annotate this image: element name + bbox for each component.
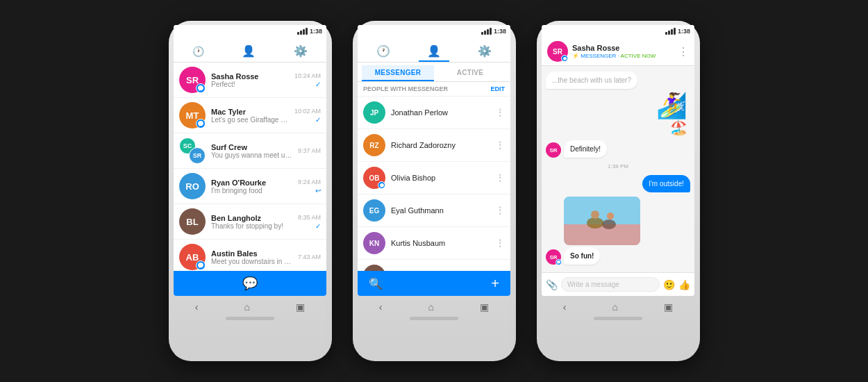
- conv-name-ben: Ben Langholz: [211, 214, 292, 222]
- tab-settings-1[interactable]: ⚙️: [285, 42, 316, 62]
- conv-time-mac: 10:02 AM: [294, 108, 321, 115]
- tab-active[interactable]: ACTIVE: [434, 65, 506, 81]
- search-icon-contacts[interactable]: 🔍: [369, 277, 383, 290]
- conv-name-sasha: Sasha Rosse: [211, 72, 289, 81]
- contact-item-richard[interactable]: RZ Richard Zadorozny ⋮: [358, 129, 510, 162]
- conv-info-ryan: Ryan O'Rourke I'm bringing food: [211, 178, 292, 194]
- tab-contacts-1[interactable]: 👤: [233, 42, 264, 62]
- avatar-richard: RZ: [363, 134, 385, 156]
- avatar-wrap-chat-header: SR: [547, 41, 568, 62]
- contact-name-eyal: Eyal Guthmann: [391, 206, 490, 215]
- back-button-2[interactable]: ‹: [379, 301, 383, 313]
- signal-icon-3: [665, 28, 676, 35]
- avatar-wrap-richard: RZ: [363, 134, 385, 156]
- conv-preview-surf: You guys wanna meet up tom...: [211, 151, 292, 159]
- tab-messenger[interactable]: MESSENGER: [362, 65, 434, 81]
- tab-settings-2[interactable]: ⚙️: [469, 42, 500, 62]
- conv-item-mac[interactable]: MT Mac Tyler Let's go see Giraffage toni…: [174, 98, 326, 133]
- tab-recent-1[interactable]: 🕐: [184, 43, 212, 61]
- menu-button-1[interactable]: ▣: [296, 301, 305, 313]
- message-placeholder: Write a message: [567, 281, 619, 288]
- home-button-1[interactable]: ⌂: [244, 301, 250, 313]
- avatar-wrap-ryan: RO: [179, 173, 206, 199]
- conv-meta-ryan: 9:24 AM ↩: [298, 178, 321, 194]
- emoji-icon[interactable]: 🙂: [663, 279, 675, 290]
- conv-time-austin: 7:43 AM: [298, 254, 321, 260]
- messenger-badge-sasha: [196, 83, 206, 93]
- photo-svg: [564, 197, 640, 245]
- contact-item-eyal[interactable]: EG Eyal Guthmann ⋮: [358, 194, 510, 227]
- contact-item-kurtis[interactable]: KN Kurtis Nusbaum ⋮: [358, 227, 510, 260]
- contact-name-olivia: Olivia Bishop: [391, 174, 490, 182]
- more-icon-kurtis[interactable]: ⋮: [495, 238, 505, 249]
- nav-tabs-1: 🕐 👤 ⚙️: [174, 38, 326, 63]
- msg-row-photo: SR: [546, 197, 690, 265]
- more-icon-jonathan[interactable]: ⋮: [495, 107, 505, 118]
- chat-header: SR Sasha Rosse ⚡ MESSENGER · ACTIVE NOW …: [542, 38, 694, 66]
- message-input[interactable]: Write a message: [561, 277, 660, 292]
- avatar-ryan: RO: [179, 173, 206, 199]
- conv-item-ryan[interactable]: RO Ryan O'Rourke I'm bringing food 9:24 …: [174, 169, 326, 204]
- conv-preview-ben: Thanks for stopping by!: [211, 222, 292, 230]
- msg-row-definitely: SR Definitely!: [546, 140, 690, 158]
- conv-preview-ryan: I'm bringing food: [211, 187, 292, 194]
- conv-meta-surf: 9:37 AM: [298, 147, 321, 154]
- avatar-eyal: EG: [363, 199, 385, 222]
- signal-icon-1: [297, 28, 308, 35]
- menu-button-2[interactable]: ▣: [480, 301, 489, 313]
- conv-time-sasha: 10:24 AM: [294, 72, 321, 79]
- home-button-2[interactable]: ⌂: [428, 301, 434, 313]
- conv-item-sasha[interactable]: SR Sasha Rosse Perfect! 10:24 AM ✓: [174, 63, 326, 98]
- home-button-3[interactable]: ⌂: [612, 301, 618, 313]
- menu-button-3[interactable]: ▣: [664, 301, 673, 313]
- attach-icon[interactable]: 📎: [546, 279, 558, 290]
- more-icon-chat[interactable]: ⋮: [678, 45, 689, 58]
- conv-info-austin: Austin Bales Meet you downstairs in 15 m…: [211, 249, 292, 265]
- avatar-aaron: AS: [363, 265, 385, 271]
- add-contact-icon[interactable]: +: [491, 276, 499, 292]
- clock-icon-2: 🕐: [376, 44, 390, 58]
- conv-info-surf: Surf Crew You guys wanna meet up tom...: [211, 143, 292, 159]
- avatar-kurtis: KN: [363, 232, 385, 254]
- contact-item-aaron[interactable]: AS Aaron Sarnoff ⋮: [358, 260, 510, 271]
- chat-header-status: ⚡ MESSENGER · ACTIVE NOW: [572, 52, 674, 59]
- back-button-1[interactable]: ‹: [195, 301, 199, 313]
- back-button-3[interactable]: ‹: [563, 301, 567, 313]
- status-time-3: 1:38: [678, 28, 690, 35]
- status-bar-1: 1:38: [174, 25, 326, 38]
- tab-contacts-2[interactable]: 👤: [419, 42, 449, 62]
- avatar-wrap-kurtis: KN: [363, 232, 385, 254]
- msg-text-beach: ...the beach with us later?: [552, 76, 631, 84]
- conv-time-surf: 9:37 AM: [298, 147, 321, 154]
- conv-info-mac: Mac Tyler Let's go see Giraffage tonight…: [211, 108, 289, 124]
- person-icon-1: 👤: [242, 44, 256, 58]
- svg-point-3: [591, 210, 599, 219]
- conv-meta-austin: 7:43 AM: [298, 254, 321, 260]
- bottom-bar-1[interactable]: 💬: [174, 271, 326, 296]
- more-icon-olivia[interactable]: ⋮: [495, 172, 505, 183]
- conv-item-austin[interactable]: AB Austin Bales Meet you downstairs in 1…: [174, 240, 326, 271]
- contacts-list: JP Jonathan Perlow ⋮ RZ Richard Zadorozn…: [358, 97, 510, 271]
- sticker-umbrella: 🏖️: [670, 119, 687, 136]
- conv-name-mac: Mac Tyler: [211, 108, 289, 116]
- msg-bubble-definitely: Definitely!: [564, 140, 607, 158]
- messenger-badge-austin: [196, 260, 206, 270]
- conv-preview-sasha: Perfect!: [211, 81, 289, 88]
- msg-row-beach: ...the beach with us later?: [546, 72, 690, 89]
- phone-2: 1:38 🕐 👤 ⚙️ MESSENGER ACTIVE PEOPLE WITH…: [353, 21, 516, 361]
- conv-preview-mac: Let's go see Giraffage tonight!: [211, 116, 289, 124]
- more-icon-eyal[interactable]: ⋮: [495, 205, 505, 216]
- conv-time-ryan: 9:24 AM: [298, 178, 321, 185]
- people-with-messenger-label: PEOPLE WITH MESSENGER: [363, 85, 448, 92]
- phone-1: 1:38 🕐 👤 ⚙️ SR: [169, 21, 332, 361]
- contact-item-jonathan[interactable]: JP Jonathan Perlow ⋮: [358, 97, 510, 129]
- tab-recent-2[interactable]: 🕐: [368, 42, 399, 62]
- conv-item-ben[interactable]: BL Ben Langholz Thanks for stopping by! …: [174, 204, 326, 240]
- more-icon-richard[interactable]: ⋮: [495, 140, 505, 151]
- contact-item-olivia[interactable]: OB Olivia Bishop ⋮: [358, 162, 510, 194]
- avatar-wrap-olivia: OB: [363, 167, 385, 189]
- edit-label[interactable]: EDIT: [490, 85, 505, 92]
- avatar-wrap-eyal: EG: [363, 199, 385, 222]
- conv-item-surf[interactable]: SC SR Surf Crew You guys wanna meet up t…: [174, 133, 326, 169]
- like-icon[interactable]: 👍: [678, 279, 690, 290]
